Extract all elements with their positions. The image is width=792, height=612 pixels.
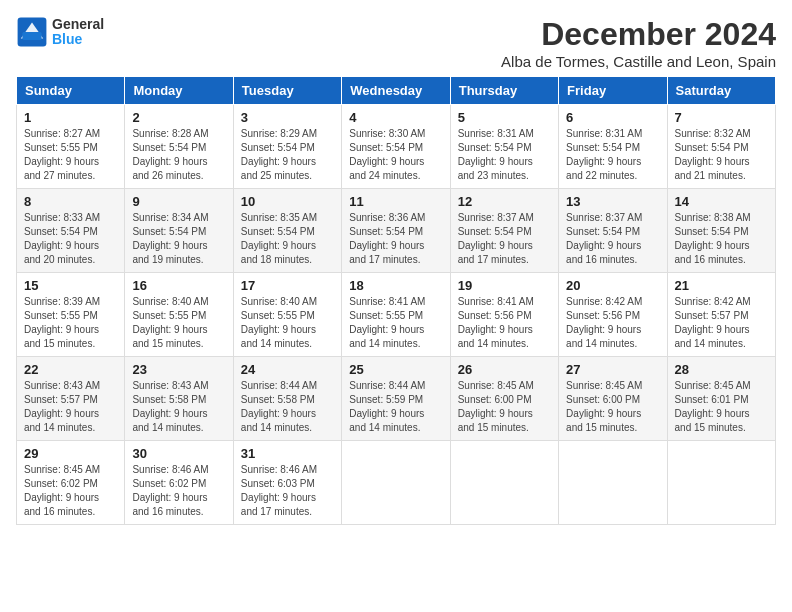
calendar-cell [559, 441, 667, 525]
day-info: Sunrise: 8:45 AMSunset: 6:02 PMDaylight:… [24, 463, 117, 519]
calendar-cell: 13 Sunrise: 8:37 AMSunset: 5:54 PMDaylig… [559, 189, 667, 273]
day-header-sunday: Sunday [17, 77, 125, 105]
day-info: Sunrise: 8:37 AMSunset: 5:54 PMDaylight:… [566, 211, 659, 267]
location-subtitle: Alba de Tormes, Castille and Leon, Spain [501, 53, 776, 70]
calendar-header-row: SundayMondayTuesdayWednesdayThursdayFrid… [17, 77, 776, 105]
day-number: 5 [458, 110, 551, 125]
day-number: 2 [132, 110, 225, 125]
calendar-cell: 10 Sunrise: 8:35 AMSunset: 5:54 PMDaylig… [233, 189, 341, 273]
day-header-friday: Friday [559, 77, 667, 105]
calendar-cell: 26 Sunrise: 8:45 AMSunset: 6:00 PMDaylig… [450, 357, 558, 441]
day-info: Sunrise: 8:46 AMSunset: 6:02 PMDaylight:… [132, 463, 225, 519]
calendar-cell [342, 441, 450, 525]
calendar-cell: 20 Sunrise: 8:42 AMSunset: 5:56 PMDaylig… [559, 273, 667, 357]
day-number: 3 [241, 110, 334, 125]
day-number: 23 [132, 362, 225, 377]
day-number: 15 [24, 278, 117, 293]
calendar-cell: 3 Sunrise: 8:29 AMSunset: 5:54 PMDayligh… [233, 105, 341, 189]
calendar-cell: 24 Sunrise: 8:44 AMSunset: 5:58 PMDaylig… [233, 357, 341, 441]
day-info: Sunrise: 8:31 AMSunset: 5:54 PMDaylight:… [566, 127, 659, 183]
day-info: Sunrise: 8:41 AMSunset: 5:56 PMDaylight:… [458, 295, 551, 351]
calendar-cell: 17 Sunrise: 8:40 AMSunset: 5:55 PMDaylig… [233, 273, 341, 357]
calendar-cell: 1 Sunrise: 8:27 AMSunset: 5:55 PMDayligh… [17, 105, 125, 189]
calendar-cell: 22 Sunrise: 8:43 AMSunset: 5:57 PMDaylig… [17, 357, 125, 441]
day-header-wednesday: Wednesday [342, 77, 450, 105]
calendar-cell: 8 Sunrise: 8:33 AMSunset: 5:54 PMDayligh… [17, 189, 125, 273]
day-header-tuesday: Tuesday [233, 77, 341, 105]
day-number: 30 [132, 446, 225, 461]
calendar-cell: 23 Sunrise: 8:43 AMSunset: 5:58 PMDaylig… [125, 357, 233, 441]
day-info: Sunrise: 8:40 AMSunset: 5:55 PMDaylight:… [241, 295, 334, 351]
calendar-cell: 27 Sunrise: 8:45 AMSunset: 6:00 PMDaylig… [559, 357, 667, 441]
day-info: Sunrise: 8:43 AMSunset: 5:57 PMDaylight:… [24, 379, 117, 435]
logo-icon [16, 16, 48, 48]
day-number: 12 [458, 194, 551, 209]
day-info: Sunrise: 8:33 AMSunset: 5:54 PMDaylight:… [24, 211, 117, 267]
day-number: 1 [24, 110, 117, 125]
title-block: December 2024 Alba de Tormes, Castille a… [501, 16, 776, 70]
day-number: 25 [349, 362, 442, 377]
day-info: Sunrise: 8:37 AMSunset: 5:54 PMDaylight:… [458, 211, 551, 267]
calendar-cell: 21 Sunrise: 8:42 AMSunset: 5:57 PMDaylig… [667, 273, 775, 357]
day-info: Sunrise: 8:28 AMSunset: 5:54 PMDaylight:… [132, 127, 225, 183]
calendar-week-row: 22 Sunrise: 8:43 AMSunset: 5:57 PMDaylig… [17, 357, 776, 441]
month-title: December 2024 [501, 16, 776, 53]
day-number: 19 [458, 278, 551, 293]
day-info: Sunrise: 8:39 AMSunset: 5:55 PMDaylight:… [24, 295, 117, 351]
calendar-cell: 2 Sunrise: 8:28 AMSunset: 5:54 PMDayligh… [125, 105, 233, 189]
calendar-cell: 16 Sunrise: 8:40 AMSunset: 5:55 PMDaylig… [125, 273, 233, 357]
day-info: Sunrise: 8:32 AMSunset: 5:54 PMDaylight:… [675, 127, 768, 183]
day-info: Sunrise: 8:40 AMSunset: 5:55 PMDaylight:… [132, 295, 225, 351]
day-info: Sunrise: 8:27 AMSunset: 5:55 PMDaylight:… [24, 127, 117, 183]
calendar-week-row: 15 Sunrise: 8:39 AMSunset: 5:55 PMDaylig… [17, 273, 776, 357]
calendar-cell: 9 Sunrise: 8:34 AMSunset: 5:54 PMDayligh… [125, 189, 233, 273]
day-info: Sunrise: 8:44 AMSunset: 5:59 PMDaylight:… [349, 379, 442, 435]
day-info: Sunrise: 8:42 AMSunset: 5:57 PMDaylight:… [675, 295, 768, 351]
day-number: 18 [349, 278, 442, 293]
day-number: 6 [566, 110, 659, 125]
day-info: Sunrise: 8:34 AMSunset: 5:54 PMDaylight:… [132, 211, 225, 267]
logo-text: General Blue [52, 17, 104, 48]
day-number: 22 [24, 362, 117, 377]
day-info: Sunrise: 8:42 AMSunset: 5:56 PMDaylight:… [566, 295, 659, 351]
day-info: Sunrise: 8:30 AMSunset: 5:54 PMDaylight:… [349, 127, 442, 183]
calendar-cell: 12 Sunrise: 8:37 AMSunset: 5:54 PMDaylig… [450, 189, 558, 273]
day-number: 27 [566, 362, 659, 377]
day-info: Sunrise: 8:44 AMSunset: 5:58 PMDaylight:… [241, 379, 334, 435]
calendar-week-row: 29 Sunrise: 8:45 AMSunset: 6:02 PMDaylig… [17, 441, 776, 525]
day-number: 26 [458, 362, 551, 377]
day-number: 9 [132, 194, 225, 209]
calendar-cell: 5 Sunrise: 8:31 AMSunset: 5:54 PMDayligh… [450, 105, 558, 189]
day-number: 24 [241, 362, 334, 377]
calendar-cell: 18 Sunrise: 8:41 AMSunset: 5:55 PMDaylig… [342, 273, 450, 357]
day-number: 13 [566, 194, 659, 209]
calendar-cell [667, 441, 775, 525]
calendar-cell: 15 Sunrise: 8:39 AMSunset: 5:55 PMDaylig… [17, 273, 125, 357]
calendar-cell: 7 Sunrise: 8:32 AMSunset: 5:54 PMDayligh… [667, 105, 775, 189]
day-info: Sunrise: 8:29 AMSunset: 5:54 PMDaylight:… [241, 127, 334, 183]
calendar-cell: 6 Sunrise: 8:31 AMSunset: 5:54 PMDayligh… [559, 105, 667, 189]
calendar-week-row: 1 Sunrise: 8:27 AMSunset: 5:55 PMDayligh… [17, 105, 776, 189]
calendar-cell: 30 Sunrise: 8:46 AMSunset: 6:02 PMDaylig… [125, 441, 233, 525]
day-info: Sunrise: 8:35 AMSunset: 5:54 PMDaylight:… [241, 211, 334, 267]
calendar-cell: 11 Sunrise: 8:36 AMSunset: 5:54 PMDaylig… [342, 189, 450, 273]
calendar-week-row: 8 Sunrise: 8:33 AMSunset: 5:54 PMDayligh… [17, 189, 776, 273]
calendar-cell: 19 Sunrise: 8:41 AMSunset: 5:56 PMDaylig… [450, 273, 558, 357]
calendar-cell: 28 Sunrise: 8:45 AMSunset: 6:01 PMDaylig… [667, 357, 775, 441]
day-info: Sunrise: 8:45 AMSunset: 6:01 PMDaylight:… [675, 379, 768, 435]
calendar-cell: 4 Sunrise: 8:30 AMSunset: 5:54 PMDayligh… [342, 105, 450, 189]
day-number: 7 [675, 110, 768, 125]
day-header-saturday: Saturday [667, 77, 775, 105]
day-header-monday: Monday [125, 77, 233, 105]
calendar-table: SundayMondayTuesdayWednesdayThursdayFrid… [16, 76, 776, 525]
day-number: 31 [241, 446, 334, 461]
day-info: Sunrise: 8:45 AMSunset: 6:00 PMDaylight:… [566, 379, 659, 435]
day-number: 17 [241, 278, 334, 293]
calendar-cell: 14 Sunrise: 8:38 AMSunset: 5:54 PMDaylig… [667, 189, 775, 273]
calendar-cell: 25 Sunrise: 8:44 AMSunset: 5:59 PMDaylig… [342, 357, 450, 441]
day-info: Sunrise: 8:36 AMSunset: 5:54 PMDaylight:… [349, 211, 442, 267]
day-number: 11 [349, 194, 442, 209]
day-number: 14 [675, 194, 768, 209]
day-number: 10 [241, 194, 334, 209]
calendar-cell: 31 Sunrise: 8:46 AMSunset: 6:03 PMDaylig… [233, 441, 341, 525]
